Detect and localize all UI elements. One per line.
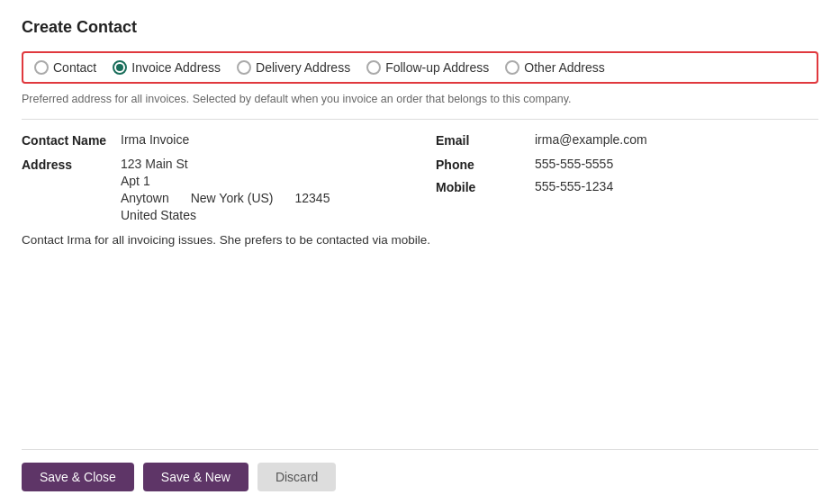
address-label: Address — [22, 157, 121, 222]
phone-label: Phone — [436, 157, 535, 172]
radio-followup-address[interactable]: Follow-up Address — [366, 60, 489, 75]
form-section: Contact Name Irma Invoice Email irma@exa… — [22, 132, 818, 449]
radio-contact-input[interactable] — [34, 60, 49, 75]
radio-invoice-address-input[interactable] — [113, 60, 127, 75]
phone-row: Phone 555-555-5555 — [436, 157, 818, 172]
contact-name-label: Contact Name — [22, 132, 121, 148]
dialog-title: Create Contact — [22, 18, 818, 37]
radio-other-address-label: Other Address — [524, 60, 605, 75]
radio-invoice-address[interactable]: Invoice Address — [113, 60, 221, 75]
email-col: Email irma@example.com — [436, 132, 818, 148]
radio-invoice-address-label: Invoice Address — [131, 60, 221, 75]
address-lines: 123 Main St Apt 1 Anytown New York (US) … — [121, 157, 330, 222]
phone-mobile-col: Phone 555-555-5555 Mobile 555-555-1234 — [436, 157, 818, 194]
contact-name-value: Irma Invoice — [121, 132, 189, 148]
address-zip: 12345 — [295, 191, 330, 205]
radio-delivery-address-label: Delivery Address — [256, 60, 350, 75]
contact-name-row: Contact Name Irma Invoice Email irma@exa… — [22, 132, 818, 148]
radio-contact[interactable]: Contact — [34, 60, 96, 75]
address-city: Anytown — [121, 191, 169, 205]
address-type-radio-group: Contact Invoice Address Delivery Address… — [22, 51, 818, 84]
hint-text: Preferred address for all invoices. Sele… — [22, 91, 818, 108]
address-line1: 123 Main St — [121, 157, 330, 171]
save-close-button[interactable]: Save & Close — [22, 463, 134, 491]
address-state: New York (US) — [191, 191, 274, 205]
email-value: irma@example.com — [535, 132, 647, 148]
radio-delivery-address-input[interactable] — [237, 60, 251, 75]
contact-name-col: Contact Name Irma Invoice — [22, 132, 436, 148]
radio-contact-label: Contact — [53, 60, 96, 75]
discard-button[interactable]: Discard — [257, 463, 336, 491]
notes-text: Contact Irma for all invoicing issues. S… — [22, 231, 818, 249]
mobile-label: Mobile — [436, 179, 535, 194]
address-city-row: Anytown New York (US) 12345 — [121, 191, 330, 205]
radio-followup-address-label: Follow-up Address — [385, 60, 489, 75]
address-col: Address 123 Main St Apt 1 Anytown New Yo… — [22, 157, 436, 222]
radio-delivery-address[interactable]: Delivery Address — [237, 60, 350, 75]
address-country: United States — [121, 208, 330, 222]
radio-other-address-input[interactable] — [505, 60, 519, 75]
footer: Save & Close Save & New Discard — [22, 449, 818, 504]
mobile-row: Mobile 555-555-1234 — [436, 179, 818, 194]
address-line2: Apt 1 — [121, 174, 330, 188]
create-contact-dialog: Create Contact Contact Invoice Address D… — [0, 0, 840, 504]
email-label: Email — [436, 132, 535, 148]
radio-followup-address-input[interactable] — [366, 60, 381, 75]
phone-value: 555-555-5555 — [535, 157, 613, 172]
mobile-value: 555-555-1234 — [535, 179, 613, 194]
radio-other-address[interactable]: Other Address — [505, 60, 605, 75]
section-divider — [22, 119, 818, 120]
address-row: Address 123 Main St Apt 1 Anytown New Yo… — [22, 157, 818, 222]
save-new-button[interactable]: Save & New — [143, 463, 248, 491]
